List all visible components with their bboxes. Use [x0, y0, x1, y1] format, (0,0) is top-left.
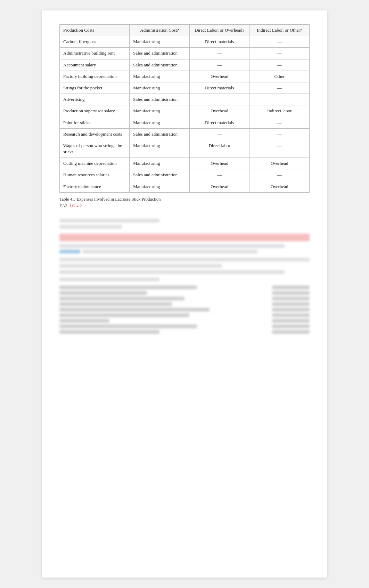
table-row: Accountant salarySales and administratio…	[60, 59, 310, 71]
col1-header: Production Costs	[60, 25, 130, 36]
table-row: AdvertisingSales and administration——	[60, 94, 310, 105]
cell-row8-col1: Research and development costs	[60, 128, 130, 140]
page-container: Production Costs Administration Cost? Di…	[42, 10, 327, 578]
cell-row6-col3: Overhead	[189, 105, 249, 117]
cell-row5-col1: Advertising	[60, 94, 130, 105]
production-costs-table: Production Costs Administration Cost? Di…	[59, 24, 310, 193]
cell-row11-col1: Human resources salaries	[60, 169, 130, 181]
cell-row10-col3: Overhead	[189, 158, 249, 169]
lo-link[interactable]: LO 4.2	[69, 203, 82, 208]
cell-row1-col1: Administrative building rent	[60, 48, 130, 59]
cell-row8-col4: —	[249, 128, 310, 140]
table-row: Cutting machine depreciationManufacturin…	[60, 158, 310, 169]
cell-row9-col1: Wages of person who strings the sticks	[60, 140, 130, 158]
cell-row8-col2: Sales and administration	[130, 128, 190, 140]
cell-row9-col3: Direct labor	[189, 140, 249, 158]
cell-row1-col2: Sales and administration	[130, 48, 190, 59]
cell-row3-col1: Factory building depreciation	[60, 71, 130, 82]
cell-row11-col3: —	[189, 169, 249, 181]
cell-row10-col2: Manufacturing	[130, 158, 190, 169]
cell-row7-col4: —	[249, 117, 310, 128]
cell-row3-col2: Manufacturing	[130, 71, 190, 82]
table-row: Research and development costsSales and …	[60, 128, 310, 140]
cell-row7-col1: Paint for sticks	[60, 117, 130, 128]
cell-row8-col3: —	[189, 128, 249, 140]
cell-row1-col3: —	[189, 48, 249, 59]
cell-row6-col1: Production supervisor salary	[60, 105, 130, 117]
cell-row12-col1: Factory maintenance	[60, 181, 130, 192]
cell-row10-col4: Overhead	[249, 158, 310, 169]
table-row: Wages of person who strings the sticksMa…	[60, 140, 310, 158]
cell-row2-col1: Accountant salary	[60, 59, 130, 71]
cell-row5-col2: Sales and administration	[130, 94, 190, 105]
caption-reference: EA3.	[59, 203, 68, 208]
cell-row4-col4: —	[249, 82, 310, 94]
cell-row0-col4: —	[249, 36, 310, 48]
table-caption: Table 4.3 Expenses Involved in Lacrosse …	[59, 196, 310, 209]
table-row: Paint for sticksManufacturingDirect mate…	[60, 117, 310, 128]
cell-row11-col2: Sales and administration	[130, 169, 190, 181]
cell-row0-col3: Direct materials	[189, 36, 249, 48]
table-header-row: Production Costs Administration Cost? Di…	[60, 25, 310, 36]
col2-header: Administration Cost?	[130, 25, 190, 36]
col3-header: Direct Labor, or Overhead?	[189, 25, 249, 36]
cell-row9-col2: Manufacturing	[130, 140, 190, 158]
cell-row11-col4: —	[249, 169, 310, 181]
table-row: Administrative building rentSales and ad…	[60, 48, 310, 59]
cell-row9-col4: —	[249, 140, 310, 158]
table-row: Factory building depreciationManufacturi…	[60, 71, 310, 82]
cell-row4-col2: Manufacturing	[130, 82, 190, 94]
cell-row12-col3: Overhead	[189, 181, 249, 192]
cell-row7-col3: Direct materials	[189, 117, 249, 128]
cell-row2-col2: Sales and administration	[130, 59, 190, 71]
cell-row5-col3: —	[189, 94, 249, 105]
table-row: Factory maintenanceManufacturingOverhead…	[60, 181, 310, 192]
cell-row1-col4: —	[249, 48, 310, 59]
table-row: Production supervisor salaryManufacturin…	[60, 105, 310, 117]
table-row: Strings for the pocketManufacturingDirec…	[60, 82, 310, 94]
cell-row2-col3: —	[189, 59, 249, 71]
cell-row4-col3: Direct materials	[189, 82, 249, 94]
cell-row0-col2: Manufacturing	[130, 36, 190, 48]
cell-row12-col4: Overhead	[249, 181, 310, 192]
col4-header: Indirect Labor, or Other?	[249, 25, 310, 36]
table-row: Carbon, fiberglassManufacturingDirect ma…	[60, 36, 310, 48]
caption-text: Table 4.3 Expenses Involved in Lacrosse …	[59, 197, 161, 202]
cell-row12-col2: Manufacturing	[130, 181, 190, 192]
cell-row0-col1: Carbon, fiberglass	[60, 36, 130, 48]
cell-row6-col2: Manufacturing	[130, 105, 190, 117]
blurred-content	[59, 219, 310, 334]
cell-row3-col4: Other	[249, 71, 310, 82]
cell-row4-col1: Strings for the pocket	[60, 82, 130, 94]
cell-row3-col3: Overhead	[189, 71, 249, 82]
cell-row6-col4: Indirect labor	[249, 105, 310, 117]
cell-row2-col4: —	[249, 59, 310, 71]
cell-row7-col2: Manufacturing	[130, 117, 190, 128]
table-row: Human resources salariesSales and admini…	[60, 169, 310, 181]
cell-row10-col1: Cutting machine depreciation	[60, 158, 130, 169]
cell-row5-col4: —	[249, 94, 310, 105]
